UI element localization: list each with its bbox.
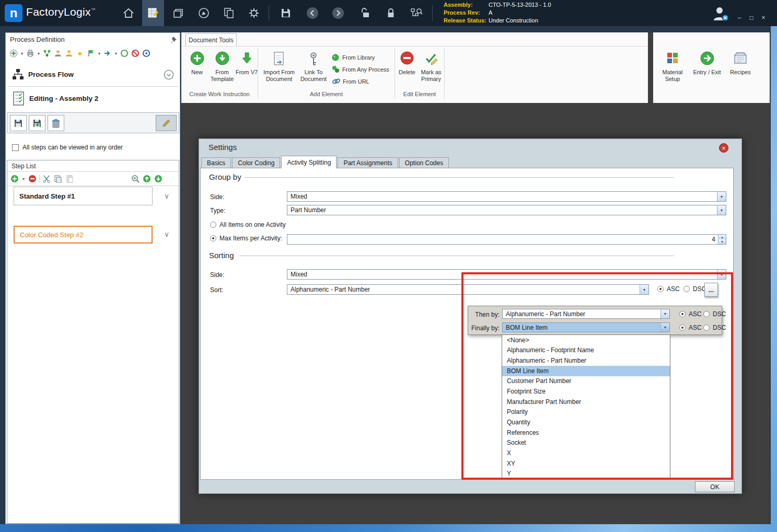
- print-icon[interactable]: [26, 49, 35, 58]
- caret-icon[interactable]: ▾: [97, 51, 101, 56]
- sort-option[interactable]: XY: [502, 458, 670, 469]
- save-document-button[interactable]: [10, 115, 27, 131]
- chevron-down-icon[interactable]: ∨: [164, 192, 169, 200]
- tab-part-assignments[interactable]: Part Assignments: [338, 157, 398, 168]
- material-setup-button[interactable]: Material Setup: [657, 51, 688, 83]
- tab-color-coding[interactable]: Color Coding: [232, 157, 280, 168]
- caret-icon[interactable]: ▾: [114, 51, 118, 56]
- from-library-button[interactable]: From Library: [332, 53, 375, 61]
- production-icon[interactable]: [168, 0, 188, 26]
- pin-icon[interactable]: [170, 36, 177, 45]
- dropdown-arrow-icon[interactable]: ▼: [717, 270, 726, 279]
- dropdown-arrow-icon[interactable]: ▼: [640, 285, 648, 294]
- tab-activity-splitting[interactable]: Activity Splitting: [281, 156, 337, 168]
- compass-icon[interactable]: [194, 0, 214, 26]
- radio-dot[interactable]: [703, 311, 710, 317]
- radio-dot[interactable]: [657, 286, 664, 292]
- finally-by-select[interactable]: BOM Line Item ▼: [502, 322, 670, 332]
- gear-icon[interactable]: [244, 0, 264, 26]
- radio-dot[interactable]: [679, 325, 686, 331]
- more-sort-options-button[interactable]: ...: [704, 283, 718, 297]
- process-flow-header[interactable]: Process Flow: [12, 68, 74, 80]
- chevron-down-icon[interactable]: ∨: [164, 230, 169, 238]
- tab-document-tools[interactable]: Document Tools: [185, 33, 237, 46]
- enable-icon[interactable]: [120, 49, 129, 58]
- caret-icon[interactable]: ▾: [21, 177, 26, 181]
- spinner-up-icon[interactable]: ▲: [718, 235, 726, 239]
- step-item-1[interactable]: Standard Step #1: [14, 187, 153, 205]
- step-item-2[interactable]: Color Coded Step #2: [14, 226, 153, 244]
- process-search-icon[interactable]: [407, 0, 426, 26]
- then-by-select[interactable]: Alphanumeric - Part Number ▼: [502, 309, 670, 319]
- spinner-down-icon[interactable]: ▼: [718, 239, 726, 244]
- documents-icon[interactable]: [219, 0, 239, 26]
- dropdown-arrow-icon[interactable]: ▼: [717, 192, 726, 201]
- person-icon[interactable]: [53, 49, 63, 58]
- cut-icon[interactable]: [42, 174, 51, 183]
- dropdown-arrow-icon[interactable]: ▼: [717, 205, 726, 215]
- radio-dot[interactable]: [210, 222, 216, 228]
- zoom-icon[interactable]: [131, 174, 140, 183]
- ok-button[interactable]: OK: [695, 481, 735, 492]
- new-button[interactable]: New: [185, 51, 209, 76]
- sort-option[interactable]: Manufacturer Part Number: [502, 397, 670, 407]
- forward-icon[interactable]: [328, 0, 348, 26]
- entry-exit-button[interactable]: Entry / Exit: [691, 51, 723, 76]
- dropdown-arrow-icon[interactable]: ▼: [660, 323, 669, 332]
- add-step-icon[interactable]: [10, 174, 19, 183]
- sort-option[interactable]: <None>: [502, 335, 670, 345]
- type-select[interactable]: Part Number ▼: [287, 205, 726, 215]
- collapse-arrow-icon[interactable]: [164, 70, 174, 82]
- copy-icon[interactable]: [53, 174, 63, 183]
- home-icon[interactable]: [119, 0, 138, 26]
- sort-option[interactable]: Polarity: [502, 407, 670, 417]
- sort-option[interactable]: Alphanumeric - Part Number: [502, 355, 670, 366]
- minimize-button[interactable]: –: [735, 14, 744, 22]
- process-definition-icon[interactable]: [143, 0, 163, 26]
- sort-option[interactable]: Quantity: [502, 417, 670, 427]
- dialog-close-icon[interactable]: ×: [719, 143, 728, 153]
- maximize-button[interactable]: □: [747, 14, 756, 22]
- sort-asc-radio[interactable]: ASC: [657, 285, 680, 293]
- sorting-side-select[interactable]: Mixed ▼: [287, 269, 726, 280]
- remove-step-icon[interactable]: [28, 174, 37, 183]
- caret-icon[interactable]: ▾: [37, 51, 41, 56]
- sort-option[interactable]: X: [502, 448, 670, 458]
- mark-as-primary-button[interactable]: Mark as Primary: [416, 51, 446, 83]
- sort-option-selected[interactable]: BOM Line Item: [502, 366, 670, 376]
- sort-option[interactable]: References: [502, 427, 670, 438]
- finally-by-dsc-radio[interactable]: DSC: [703, 324, 726, 331]
- radio-dot[interactable]: [679, 311, 686, 317]
- sort-option[interactable]: Alphanumeric - Footprint Name: [502, 345, 670, 356]
- user-icon[interactable]: [712, 5, 729, 24]
- from-template-button[interactable]: From Template: [210, 51, 234, 83]
- any-order-checkbox[interactable]: [12, 144, 19, 151]
- caret-icon[interactable]: ▾: [20, 51, 24, 56]
- import-document-button[interactable]: [29, 115, 45, 131]
- unlock-icon[interactable]: [356, 0, 376, 26]
- import-from-document-button[interactable]: Import From Document: [263, 51, 295, 83]
- close-button[interactable]: ×: [759, 14, 768, 22]
- disable-icon[interactable]: [131, 49, 140, 58]
- export-icon[interactable]: [103, 49, 112, 58]
- move-up-icon[interactable]: [142, 174, 152, 183]
- process-tree-icon[interactable]: [42, 49, 52, 58]
- max-items-input[interactable]: 4 ▲▼: [287, 234, 726, 245]
- paste-icon[interactable]: [65, 174, 74, 183]
- back-icon[interactable]: [303, 0, 322, 26]
- edit-document-button[interactable]: [156, 115, 177, 131]
- spinner[interactable]: ▲▼: [718, 235, 726, 244]
- delete-document-button[interactable]: [48, 115, 64, 131]
- side-select[interactable]: Mixed ▼: [287, 191, 726, 202]
- any-order-option[interactable]: All steps can be viewed in any order: [12, 144, 123, 151]
- dropdown-arrow-icon[interactable]: ▼: [660, 309, 669, 318]
- sort-option[interactable]: Y: [502, 468, 670, 479]
- sort-option[interactable]: Footprint Size: [502, 386, 670, 397]
- tab-basics[interactable]: Basics: [201, 157, 231, 168]
- all-items-radio[interactable]: All Items on one Activity: [210, 221, 286, 228]
- add-icon[interactable]: [9, 49, 18, 58]
- then-by-dsc-radio[interactable]: DSC: [703, 310, 726, 318]
- link-to-document-button[interactable]: Link To Document: [297, 51, 330, 83]
- sort-select[interactable]: Alphanumeric - Part Number ▼: [287, 284, 649, 295]
- wizard-icon[interactable]: ★: [75, 49, 85, 58]
